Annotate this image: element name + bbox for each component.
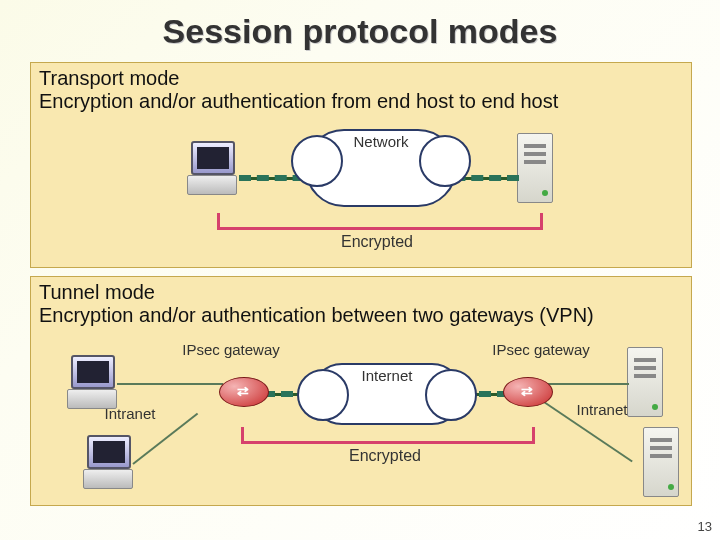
slide: Session protocol modes Transport mode En… bbox=[0, 0, 720, 540]
tunnel-encrypted-bracket bbox=[241, 427, 535, 444]
transport-line1: Transport mode bbox=[39, 67, 179, 89]
ipsec-gateway-right-label: IPsec gateway bbox=[481, 341, 601, 358]
tunnel-line2: Encryption and/or authentication between… bbox=[39, 304, 594, 326]
tunnel-heading: Tunnel mode Encryption and/or authentica… bbox=[31, 277, 691, 327]
pc-icon bbox=[83, 435, 135, 491]
slide-title: Session protocol modes bbox=[0, 12, 720, 51]
transport-cloud-label: Network bbox=[307, 133, 455, 150]
tunnel-panel: Tunnel mode Encryption and/or authentica… bbox=[30, 276, 692, 506]
intranet-left-label: Intranet bbox=[91, 405, 169, 422]
intranet-link bbox=[541, 383, 629, 385]
transport-heading: Transport mode Encryption and/or authent… bbox=[31, 63, 691, 113]
ipsec-gateway-left-label: IPsec gateway bbox=[171, 341, 291, 358]
server-icon bbox=[517, 133, 553, 205]
cloud-icon: Network bbox=[305, 129, 457, 207]
router-icon: ⇄ bbox=[219, 377, 267, 405]
intranet-right-label: Intranet bbox=[563, 401, 641, 418]
cloud-icon: Internet bbox=[311, 363, 463, 425]
transport-encrypted-label: Encrypted bbox=[217, 233, 537, 251]
pc-icon bbox=[67, 355, 119, 411]
transport-encrypted-bracket bbox=[217, 213, 543, 230]
intranet-link bbox=[117, 383, 223, 385]
tunnel-cloud-label: Internet bbox=[313, 367, 461, 384]
pc-icon bbox=[187, 141, 239, 197]
tunnel-line1: Tunnel mode bbox=[39, 281, 155, 303]
router-icon: ⇄ bbox=[503, 377, 551, 405]
server-icon bbox=[643, 427, 679, 499]
tunnel-encrypted-label: Encrypted bbox=[241, 447, 529, 465]
page-number: 13 bbox=[698, 519, 712, 534]
transport-panel: Transport mode Encryption and/or authent… bbox=[30, 62, 692, 268]
transport-line2: Encryption and/or authentication from en… bbox=[39, 90, 558, 112]
